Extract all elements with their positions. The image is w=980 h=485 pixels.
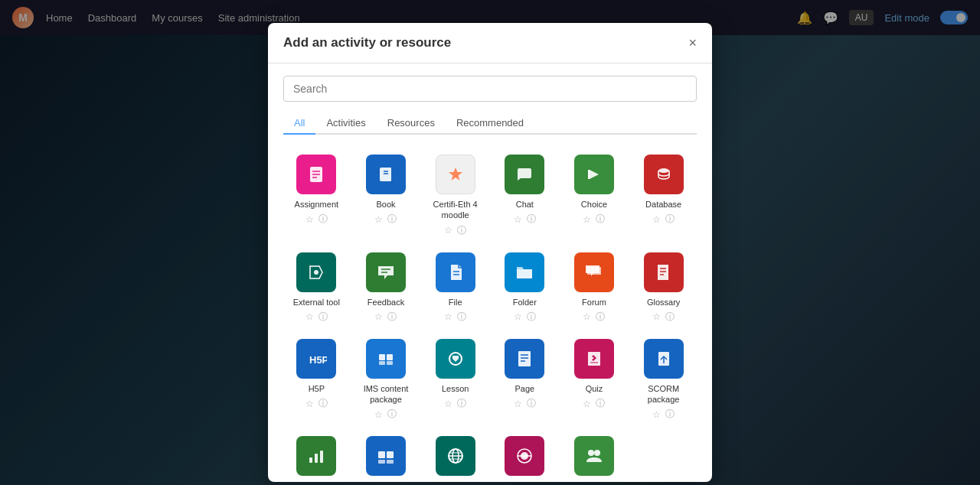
page-star[interactable]: ☆ [514, 399, 522, 409]
lesson-icon [436, 339, 475, 379]
svg-point-47 [594, 450, 600, 456]
url-icon [436, 436, 475, 476]
feedback-actions: ☆ ⓘ [374, 311, 397, 324]
quiz-icon [574, 339, 614, 379]
workshop-icon [574, 436, 614, 476]
activity-folder[interactable]: Folder ☆ ⓘ [492, 245, 558, 328]
scorm-star[interactable]: ☆ [652, 409, 661, 420]
lesson-actions: ☆ ⓘ [444, 397, 466, 410]
scorm-icon [644, 339, 684, 379]
activity-external-tool[interactable]: External tool ☆ ⓘ [283, 245, 350, 328]
activity-workshop[interactable]: Workshop ☆ ⓘ [561, 428, 628, 482]
database-icon [644, 155, 684, 194]
tab-all[interactable]: All [283, 112, 315, 135]
activity-book[interactable]: Book ☆ ⓘ [353, 147, 420, 242]
file-label: File [449, 297, 462, 308]
feedback-star[interactable]: ☆ [374, 311, 383, 322]
activity-chat[interactable]: Chat ☆ ⓘ [492, 147, 558, 242]
wiki-icon [505, 436, 544, 476]
activity-quiz[interactable]: Quiz ☆ ⓘ [561, 331, 628, 426]
activity-url[interactable]: URL ☆ ⓘ [422, 428, 488, 482]
database-actions: ☆ ⓘ [652, 213, 675, 226]
svg-rect-21 [387, 361, 393, 365]
survey-icon [296, 436, 336, 476]
activity-assignment[interactable]: Assignment ☆ ⓘ [283, 147, 350, 242]
search-input[interactable] [283, 76, 697, 102]
certifi-actions: ☆ ⓘ [444, 224, 466, 237]
activity-survey[interactable]: Survey ☆ ⓘ [283, 428, 350, 482]
file-star[interactable]: ☆ [444, 311, 452, 322]
quiz-info[interactable]: ⓘ [596, 397, 605, 410]
certifi-star[interactable]: ☆ [444, 225, 452, 236]
activity-ims[interactable]: IMS content package ☆ ⓘ [353, 331, 420, 426]
quiz-label: Quiz [586, 383, 603, 394]
activity-h5p[interactable]: H5P H5P ☆ ⓘ [283, 331, 350, 426]
tab-resources[interactable]: Resources [377, 112, 446, 135]
file-info[interactable]: ⓘ [457, 311, 466, 324]
quiz-star[interactable]: ☆ [583, 399, 591, 409]
h5p-actions: ☆ ⓘ [305, 397, 328, 410]
database-star[interactable]: ☆ [652, 214, 661, 225]
chat-info[interactable]: ⓘ [527, 213, 536, 226]
glossary-icon [644, 252, 684, 292]
folder-actions: ☆ ⓘ [514, 311, 536, 324]
activity-choice[interactable]: Choice ☆ ⓘ [561, 147, 628, 242]
tab-activities[interactable]: Activities [315, 112, 376, 135]
chat-star[interactable]: ☆ [514, 214, 522, 225]
h5p-icon: H5P [296, 339, 336, 379]
tab-recommended[interactable]: Recommended [446, 112, 534, 135]
url-label: URL [447, 480, 464, 482]
textmedia-label: Text and media area [358, 480, 415, 482]
book-info[interactable]: ⓘ [387, 213, 397, 226]
page-info[interactable]: ⓘ [527, 397, 536, 410]
forum-star[interactable]: ☆ [583, 311, 591, 322]
activity-wiki[interactable]: Wiki ☆ ⓘ [492, 428, 558, 482]
forum-info[interactable]: ⓘ [596, 311, 605, 324]
modal-body: All Activities Resources Recommended Ass… [268, 63, 712, 482]
book-star[interactable]: ☆ [374, 214, 383, 225]
choice-info[interactable]: ⓘ [596, 213, 605, 226]
assignment-info[interactable]: ⓘ [318, 213, 328, 226]
modal-title: Add an activity or resource [283, 35, 451, 50]
activity-page[interactable]: Page ☆ ⓘ [492, 331, 558, 426]
glossary-info[interactable]: ⓘ [665, 311, 675, 324]
activity-textmedia[interactable]: Text and media area ☆ ⓘ [353, 428, 420, 482]
ims-info[interactable]: ⓘ [387, 408, 397, 421]
activity-feedback[interactable]: Feedback ☆ ⓘ [353, 245, 420, 328]
activity-certifi[interactable]: Certifi-Eth 4 moodle ☆ ⓘ [422, 147, 488, 242]
database-info[interactable]: ⓘ [665, 213, 675, 226]
activity-glossary[interactable]: Glossary ☆ ⓘ [630, 245, 697, 328]
h5p-info[interactable]: ⓘ [318, 397, 328, 410]
svg-rect-23 [518, 351, 531, 366]
svg-rect-35 [387, 451, 394, 458]
modal-close-button[interactable]: × [688, 36, 697, 50]
external-tool-star[interactable]: ☆ [305, 311, 314, 322]
activity-database[interactable]: Database ☆ ⓘ [630, 147, 697, 242]
svg-rect-31 [309, 457, 312, 463]
book-icon [366, 155, 406, 194]
h5p-star[interactable]: ☆ [305, 399, 314, 409]
svg-rect-19 [387, 354, 393, 360]
ims-star[interactable]: ☆ [374, 409, 383, 420]
scorm-info[interactable]: ⓘ [665, 408, 675, 421]
activity-lesson[interactable]: Lesson ☆ ⓘ [422, 331, 488, 426]
glossary-star[interactable]: ☆ [652, 311, 661, 322]
quiz-actions: ☆ ⓘ [583, 397, 605, 410]
svg-rect-33 [320, 451, 323, 463]
page-actions: ☆ ⓘ [514, 397, 536, 410]
svg-rect-36 [378, 460, 385, 464]
lesson-info[interactable]: ⓘ [457, 397, 466, 410]
certifi-info[interactable]: ⓘ [457, 224, 466, 237]
assignment-star[interactable]: ☆ [305, 214, 314, 225]
external-tool-info[interactable]: ⓘ [318, 311, 328, 324]
activity-file[interactable]: File ☆ ⓘ [422, 245, 488, 328]
activity-grid: Assignment ☆ ⓘ Book ☆ ⓘ [283, 147, 697, 482]
folder-star[interactable]: ☆ [514, 311, 522, 322]
choice-star[interactable]: ☆ [583, 214, 591, 225]
workshop-label: Workshop [575, 480, 612, 482]
lesson-star[interactable]: ☆ [444, 399, 452, 409]
folder-info[interactable]: ⓘ [527, 311, 536, 324]
activity-scorm[interactable]: SCORM package ☆ ⓘ [630, 331, 697, 426]
activity-forum[interactable]: Forum ☆ ⓘ [561, 245, 628, 328]
feedback-info[interactable]: ⓘ [387, 311, 397, 324]
